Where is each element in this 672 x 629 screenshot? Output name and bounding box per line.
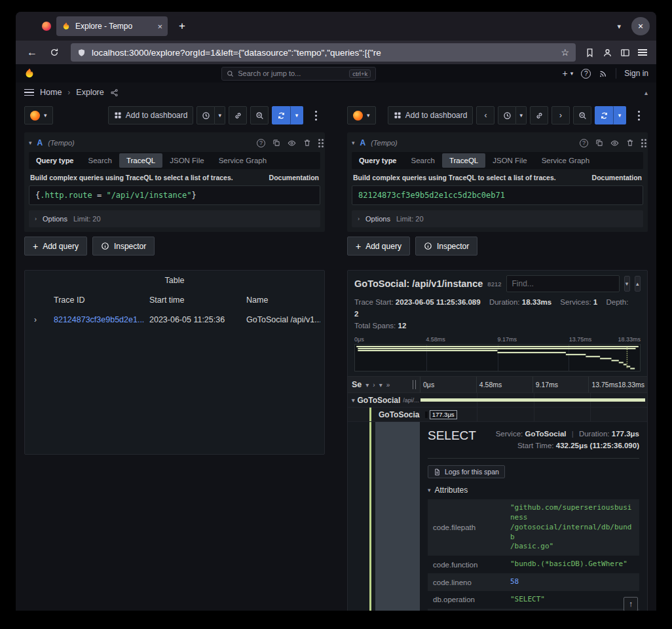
expand-one-icon[interactable]: › — [373, 381, 375, 389]
collapse-query-chevron-icon[interactable]: ▾ — [352, 140, 355, 146]
window-close-button[interactable]: × — [631, 17, 650, 35]
tab-json-file[interactable]: JSON File — [162, 153, 211, 168]
span-row-selected[interactable]: GoToSocial 177.3μs — [348, 408, 647, 422]
add-query-button[interactable]: +Add query — [347, 237, 410, 256]
documentation-link[interactable]: Documentation — [269, 174, 319, 181]
sign-in-link[interactable]: Sign in — [624, 69, 648, 78]
collapse-query-chevron-icon[interactable]: ▾ — [29, 140, 32, 146]
remove-query-trash-icon[interactable] — [303, 139, 311, 147]
query-help-icon[interactable]: ? — [580, 139, 588, 147]
time-picker-button[interactable] — [498, 106, 516, 124]
attributes-toggle[interactable]: ▾ Attributes — [428, 486, 639, 495]
inspector-button[interactable]: Inspector — [92, 237, 155, 256]
remove-query-trash-icon[interactable] — [626, 139, 634, 147]
datasource-picker[interactable]: ▾ — [24, 106, 53, 124]
attribute-row[interactable]: code.lineno 58 — [428, 573, 639, 591]
shield-icon[interactable] — [77, 48, 86, 57]
search-input[interactable]: Search or jump to... ctrl+k — [221, 67, 376, 81]
span-collapse-chevron-icon[interactable]: ▾ — [352, 397, 355, 404]
service-operation-col[interactable]: Se — [352, 380, 362, 389]
expand-all-icon[interactable]: » — [386, 381, 390, 389]
traceql-query-input[interactable]: 82124873cf3e9b5d2e1cc5d2bc0eb71 — [352, 185, 643, 205]
col-chevron-icon[interactable]: ▾ — [365, 381, 369, 389]
url-bar[interactable]: localhost:3000/explore?orgId=1&left={"da… — [71, 43, 576, 62]
documentation-link[interactable]: Documentation — [592, 174, 642, 181]
tab-search[interactable]: Search — [403, 153, 441, 168]
collapse-chevron-icon[interactable]: ▴ — [644, 89, 648, 96]
disable-query-eye-icon[interactable] — [610, 139, 619, 147]
col-start-time[interactable]: Start time — [149, 295, 246, 305]
logs-for-span-button[interactable]: Logs for this span — [428, 465, 505, 478]
saved-logins-icon[interactable] — [585, 48, 595, 58]
refresh-interval-chevron[interactable]: ▾ — [290, 106, 303, 124]
time-picker-button[interactable] — [196, 106, 215, 124]
span-row-root[interactable]: ▾ GoToSocial /api/... — [348, 393, 647, 408]
add-query-button[interactable]: +Add query — [24, 237, 87, 256]
attribute-row[interactable]: db.rows_affected 1 — [428, 609, 639, 611]
new-tab-button[interactable]: + — [173, 20, 191, 33]
run-query-button[interactable] — [595, 106, 613, 124]
panel-title[interactable]: Table — [25, 271, 324, 290]
prev-match-button[interactable]: ▴ — [635, 276, 641, 292]
list-tabs-chevron-icon[interactable]: ▾ — [617, 22, 621, 31]
tab-service-graph[interactable]: Service Graph — [212, 153, 274, 168]
attribute-row[interactable]: db.operation "SELECT" — [428, 591, 639, 609]
query-options-row[interactable]: › Options Limit: 20 — [29, 210, 320, 227]
drag-handle-icon[interactable] — [641, 142, 643, 144]
column-resizer[interactable] — [413, 380, 416, 389]
refresh-interval-chevron[interactable]: ▾ — [613, 106, 626, 124]
trace-id-link[interactable]: 82124873cf3e9b5d2e1... — [54, 315, 149, 324]
tab-search[interactable]: Search — [81, 153, 119, 168]
grafana-logo[interactable] — [24, 67, 35, 79]
zoom-out-button[interactable] — [250, 106, 269, 124]
zoom-out-button[interactable] — [573, 106, 591, 124]
drag-handle-icon[interactable] — [318, 142, 320, 144]
query-help-icon[interactable]: ? — [257, 139, 265, 147]
breadcrumb-home[interactable]: Home — [40, 88, 62, 97]
tab-traceql[interactable]: TraceQL — [119, 153, 162, 168]
query-ref-id[interactable]: A — [37, 138, 43, 147]
copy-query-icon[interactable] — [272, 139, 280, 147]
span-bar[interactable] — [420, 398, 645, 402]
news-rss-icon[interactable] — [599, 69, 608, 78]
attribute-row[interactable]: code.filepath "github.com/superseriousbu… — [428, 499, 639, 556]
find-input[interactable] — [506, 275, 620, 292]
scroll-to-top-button[interactable]: ↑ — [624, 597, 638, 611]
disable-query-eye-icon[interactable] — [288, 139, 296, 147]
table-row[interactable]: › 82124873cf3e9b5d2e1... 2023-06-05 11:2… — [25, 310, 324, 330]
link-button[interactable] — [229, 106, 247, 124]
mega-menu-icon[interactable] — [24, 87, 34, 98]
new-dropdown-button[interactable]: +▾ — [563, 68, 574, 79]
col-trace-id[interactable]: Trace ID — [54, 295, 149, 305]
help-icon[interactable]: ? — [581, 69, 591, 79]
expand-row-chevron-icon[interactable]: › — [29, 315, 54, 324]
datasource-picker[interactable]: ▾ — [347, 106, 376, 124]
span-bar[interactable] — [425, 411, 428, 418]
inspector-button[interactable]: Inspector — [415, 237, 477, 256]
tab-close-icon[interactable]: × — [157, 22, 162, 31]
time-shift-forward-button[interactable]: › — [551, 106, 570, 124]
col-name[interactable]: Name — [246, 295, 320, 305]
next-match-button[interactable]: ▾ — [624, 276, 630, 292]
attribute-row[interactable]: code.function "bundb.(*basicDB).GetWhere… — [428, 556, 639, 573]
copy-query-icon[interactable] — [595, 139, 603, 147]
share-icon[interactable] — [110, 88, 119, 97]
sidebar-icon[interactable] — [620, 48, 630, 58]
time-picker-chevron[interactable]: ▾ — [516, 106, 527, 124]
time-shift-back-button[interactable]: ‹ — [476, 106, 495, 124]
browser-tab[interactable]: Explore - Tempo × — [56, 16, 168, 36]
query-options-row[interactable]: › Options Limit: 20 — [352, 210, 643, 227]
trace-minimap[interactable]: 0μs 4.58ms 9.17ms 13.75ms 18.33ms — [354, 335, 641, 372]
bookmark-star-icon[interactable]: ☆ — [561, 47, 569, 58]
collapse-all-icon[interactable]: ▾ — [379, 381, 383, 389]
reload-icon[interactable] — [45, 43, 64, 62]
traceql-query-input[interactable]: {.http.route = "/api/v1/instance"} — [29, 185, 320, 205]
time-picker-chevron[interactable]: ▾ — [215, 106, 225, 124]
add-to-dashboard-button[interactable]: Add to dashboard — [108, 106, 194, 124]
more-options-button[interactable] — [629, 106, 648, 124]
tab-traceql[interactable]: TraceQL — [442, 153, 485, 168]
link-button[interactable] — [530, 106, 548, 124]
minimap-canvas[interactable] — [354, 344, 641, 372]
query-ref-id[interactable]: A — [360, 138, 366, 147]
add-to-dashboard-button[interactable]: Add to dashboard — [388, 106, 474, 124]
